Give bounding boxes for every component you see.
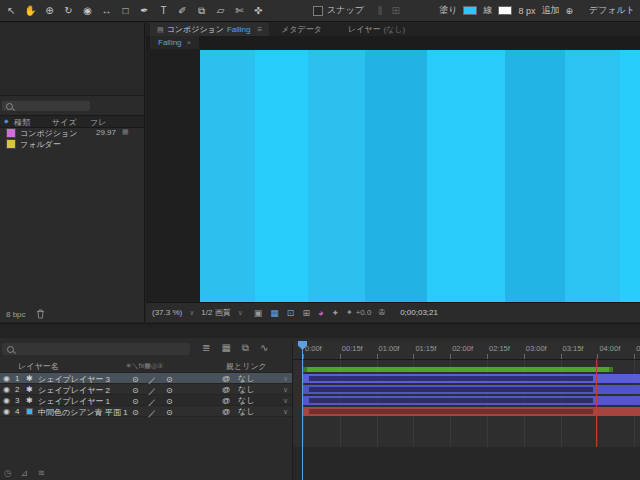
expand-time-icon[interactable]: ◷ [4,468,12,478]
draft-3d-icon[interactable]: ▦ [221,342,230,354]
exposure-icon[interactable]: ✦ [331,308,339,318]
after-effects-window: ↖✋⊕↻◉↔□✒T✐⧉▱✄✜ スナップ ⫼ ⊞ 塗り 線 8 px 追加 ⊕ デ… [0,0,640,480]
layer-duration-bar[interactable] [303,385,640,394]
tool-clone-stamp-icon[interactable]: ⧉ [193,3,210,19]
parent-dropdown[interactable]: なし∨ [238,374,288,383]
canvas-stripe [565,50,620,302]
stroke-label[interactable]: 線 [483,4,492,17]
region-of-interest-icon[interactable]: ▣ [254,308,263,318]
parent-link-icon[interactable]: @ [222,396,230,405]
tool-hand-icon[interactable]: ✋ [22,3,39,19]
tool-orbit-icon[interactable]: ↻ [60,3,77,19]
tool-shape-icon[interactable]: □ [117,3,134,19]
quality-switch-icon[interactable]: ／ [148,408,156,419]
switch-dot-icon[interactable]: ⊙ [132,386,139,395]
switch-dot-icon[interactable]: ⊙ [132,375,139,384]
parent-link-header[interactable]: 親とリンク [226,361,267,372]
layer-duration-bar[interactable] [303,396,640,405]
parent-dropdown[interactable]: なし∨ [238,385,288,394]
layer-row[interactable]: ◉4中間色のシアン青 平面 1⊙／⊙@なし∨ [0,406,292,417]
tool-roto-brush-icon[interactable]: ✄ [231,3,248,19]
stroke-width-value[interactable]: 8 px [518,6,535,16]
ruler-label: 03:00f [526,344,547,353]
project-item-composition[interactable]: コンポジション 29.97 ▦ [0,127,144,138]
tool-camera-icon[interactable]: ◉ [79,3,96,19]
time-ruler[interactable]: 0:00f00:15f01:00f01:15f02:00f02:15f03:00… [293,341,640,360]
chevron-down-icon: ∨ [283,386,288,394]
parent-link-icon[interactable]: @ [222,407,230,416]
project-search-input[interactable] [2,101,90,111]
switch-dot-icon[interactable]: ⊙ [166,408,173,417]
grid-guides-icon[interactable]: ⊞ [302,308,310,318]
tool-eraser-icon[interactable]: ▱ [212,3,229,19]
panel-menu-icon[interactable]: ≡ [258,25,263,34]
tab-metadata[interactable]: メタデータ [269,24,334,35]
timeline-search-input[interactable] [2,343,190,355]
composition-mini-flowchart-icon[interactable]: ≣ [202,342,210,354]
bit-depth-label[interactable]: 8 bpc [6,310,26,319]
layer-row[interactable]: ◉1✱シェイプレイヤー 3⊙／⊙@なし∨ [0,373,292,384]
chevron-down-icon: ∨ [283,375,288,383]
close-icon[interactable]: × [187,38,192,47]
switch-dot-icon[interactable]: ⊙ [166,375,173,384]
snap-checkbox[interactable] [313,6,323,16]
timeline-column-headers[interactable]: レイヤー名 ✳＼fx▦◎① 親とリンク [0,359,292,373]
visibility-icon[interactable]: ◉ [3,385,10,394]
snap-toggle[interactable]: スナップ [313,4,364,17]
fill-swatch[interactable] [463,6,477,15]
viewer-timecode[interactable]: 0;00;03;21 [400,308,438,317]
add-icon[interactable]: ⊕ [565,6,573,16]
workspace-selector[interactable]: デフォルト [589,4,635,17]
exposure-control[interactable]: ✦ +0.0 [346,308,372,317]
composition-viewport[interactable] [200,50,640,302]
tool-pan-behind-icon[interactable]: ↔ [98,3,115,19]
canvas-stripe [427,50,505,302]
mask-visibility-icon[interactable]: ⊡ [287,308,295,318]
ruler-label: 02:15f [489,344,510,353]
add-label[interactable]: 追加 [541,4,559,17]
channel-icon[interactable]: ◕ [318,308,323,318]
visibility-icon[interactable]: ◉ [3,396,10,405]
switch-dot-icon[interactable]: ⊙ [132,408,139,417]
playhead-line[interactable] [302,341,303,480]
tool-selection-icon[interactable]: ↖ [3,3,20,19]
frame-blending-icon[interactable]: ⧉ [242,342,249,354]
zoom-slider-icon[interactable]: ≋ [37,468,45,478]
grid-mode-icon[interactable]: ⊞ [391,5,399,17]
switch-dot-icon[interactable]: ⊙ [166,386,173,395]
tool-brush-icon[interactable]: ✐ [174,3,191,19]
graph-editor-icon[interactable]: ∿ [260,342,268,354]
layer-row[interactable]: ◉3✱シェイプレイヤー 1⊙／⊙@なし∨ [0,395,292,406]
parent-dropdown[interactable]: なし∨ [238,396,288,405]
shy-layers-icon[interactable]: ⊿ [21,468,29,478]
tool-zoom-icon[interactable]: ⊕ [41,3,58,19]
tool-puppet-pin-icon[interactable]: ✜ [250,3,267,19]
parent-dropdown[interactable]: なし∨ [238,407,288,416]
snapshot-camera-icon[interactable]: ✇ [378,308,385,317]
viewer-tab-falling[interactable]: Falling × [150,36,199,49]
mask-mode-icon[interactable]: ⫼ [378,5,383,17]
visibility-icon[interactable]: ◉ [3,374,10,383]
layer-duration-bar[interactable] [303,407,640,416]
work-area-bar[interactable] [303,367,613,372]
parent-link-icon[interactable]: @ [222,374,230,383]
stroke-swatch[interactable] [498,6,512,15]
transparency-grid-icon[interactable]: ▦ [270,308,279,318]
switch-dot-icon[interactable]: ⊙ [166,397,173,406]
switch-dot-icon[interactable]: ⊙ [132,397,139,406]
tab-composition[interactable]: ▤ コンポジション Falling ≡ [150,23,269,36]
layer-row[interactable]: ◉2✱シェイプレイヤー 2⊙／⊙@なし∨ [0,384,292,395]
tab-layer[interactable]: レイヤー (なし) [348,24,405,35]
zoom-level-select[interactable]: (37.3 %) [152,308,182,317]
resolution-select[interactable]: 1/2 画質 [201,307,230,318]
layer-name-header[interactable]: レイヤー名 [18,361,59,372]
tool-pen-icon[interactable]: ✒ [136,3,153,19]
visibility-icon[interactable]: ◉ [3,407,10,416]
trash-icon[interactable] [36,309,45,319]
layer-duration-bar[interactable] [303,374,640,383]
project-item-folder[interactable]: フォルダー [0,138,144,149]
tool-text-icon[interactable]: T [155,3,172,19]
ruler-label: 01:15f [415,344,436,353]
parent-link-icon[interactable]: @ [222,385,230,394]
fill-label[interactable]: 塗り [439,4,457,17]
